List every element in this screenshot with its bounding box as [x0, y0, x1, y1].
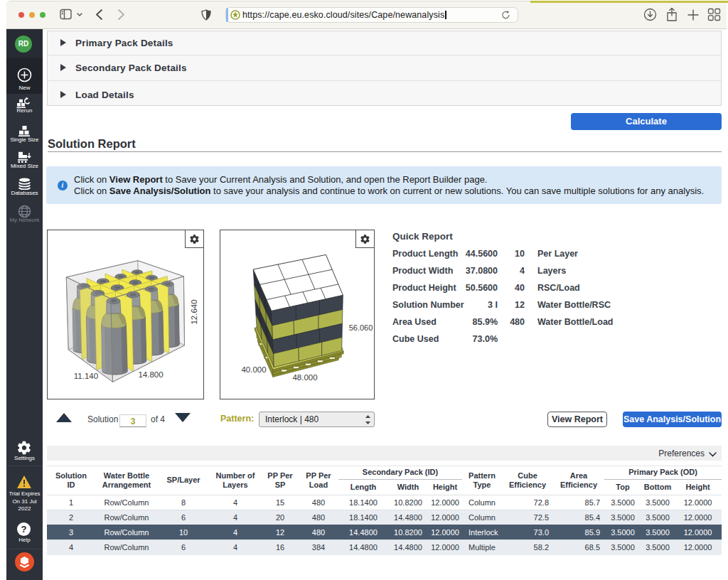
svg-text:11.140: 11.140: [74, 372, 98, 380]
svg-text:48.000: 48.000: [292, 373, 317, 382]
svg-text:40.000: 40.000: [241, 365, 266, 374]
svg-text:56.060: 56.060: [349, 323, 373, 332]
svg-text:14.800: 14.800: [138, 370, 163, 379]
svg-text:12.640: 12.640: [190, 299, 198, 324]
